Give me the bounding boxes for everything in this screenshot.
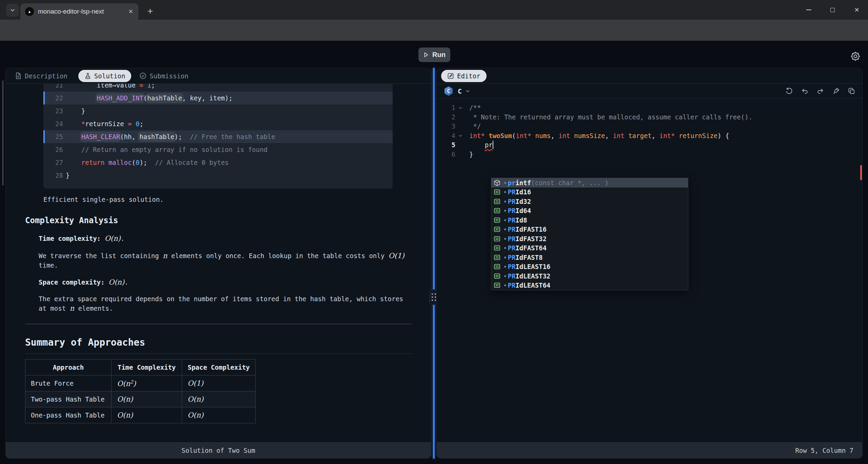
approach-cell: One-pass Hash Table [25, 407, 112, 423]
line-code: HASH_CLEAR(hh, hashTable); // Free the h… [66, 130, 275, 143]
browser-tab[interactable]: ▲ monaco-editor-lsp-next × [20, 3, 138, 20]
editor-token: int [558, 132, 570, 139]
fold-chevron-icon[interactable] [455, 103, 466, 113]
autocomplete-item-PRIdLEAST32[interactable]: •PRIdLEAST32 [491, 271, 688, 281]
editor-line-code: /** [469, 103, 481, 113]
autocomplete-item-PRIdLEAST64[interactable]: •PRIdLEAST64 [491, 281, 688, 290]
editor-token [570, 132, 574, 139]
panel-resizer[interactable] [433, 68, 435, 459]
tab-search-button[interactable] [6, 4, 19, 17]
code-line-26: 26 // Return an empty array if no soluti… [43, 143, 393, 156]
autocomplete-item-PRIdFAST32[interactable]: •PRIdFAST32 [491, 234, 688, 244]
editor-token: * Note: The returned array must be mallo… [469, 113, 752, 121]
editor-token: */ [469, 122, 481, 130]
autocomplete-item-PRId16[interactable]: •PRId16 [491, 188, 688, 197]
copy-icon[interactable] [848, 87, 855, 95]
autocomplete-item-PRIdFAST8[interactable]: •PRIdFAST8 [491, 253, 688, 262]
format-brush-icon[interactable] [832, 87, 840, 95]
line-number: 28 [43, 169, 63, 182]
code-line-22: 22 HASH_ADD_INT(hashTable, key, item); [43, 92, 393, 104]
code-token: } [66, 107, 85, 115]
match-text: PR [508, 272, 515, 280]
tab-editor[interactable]: Editor [441, 70, 487, 82]
editor-line-2[interactable]: 2 * Note: The returned array must be mal… [437, 113, 862, 122]
window-minimize-button[interactable] [801, 0, 816, 20]
symbol-constant-icon [494, 198, 501, 205]
window-close-button[interactable]: × [849, 0, 865, 20]
run-button[interactable]: Run [418, 47, 450, 62]
editor-line-4[interactable]: 4int* twoSum(int* nums, int numsSize, in… [437, 131, 862, 141]
tab-close-icon[interactable]: × [129, 8, 133, 15]
language-chevron-icon[interactable] [465, 89, 470, 94]
editor-token: int* [516, 132, 531, 139]
run-label: Run [432, 51, 446, 59]
editor-token: /** [469, 104, 481, 111]
space-complexity: Space complexity: O(n). [39, 277, 129, 287]
bullet-icon: • [503, 226, 507, 233]
code-token: = [128, 120, 132, 128]
editor-line-1[interactable]: 1/** [437, 103, 862, 113]
tab-description[interactable]: Description [15, 72, 67, 80]
code-token [147, 159, 155, 166]
text-segment: 2 [130, 379, 133, 385]
editor-token [485, 132, 489, 139]
settings-gear-icon[interactable] [850, 51, 861, 62]
editor-token: , [652, 132, 659, 139]
fold-chevron-icon[interactable] [455, 131, 466, 141]
code-token: 1 [147, 84, 151, 89]
autocomplete-item-PRId32[interactable]: •PRId32 [491, 197, 688, 206]
autocomplete-item-PRIdLEAST16[interactable]: •PRIdLEAST16 [491, 262, 688, 272]
code-line-24: 24 *returnSize = 0; [43, 117, 393, 130]
edit-square-icon [447, 73, 454, 79]
code-editor[interactable]: 1/**2 * Note: The returned array must be… [437, 99, 862, 442]
editor-line-6[interactable]: 6} [437, 150, 862, 159]
tab-editor-label: Editor [457, 72, 480, 80]
left-panel-scrollbar[interactable] [2, 80, 4, 186]
completion-text: IdFAST8 [515, 254, 542, 261]
code-token [66, 120, 81, 128]
autocomplete-item-PRIdFAST64[interactable]: •PRIdFAST64 [491, 244, 688, 253]
autocomplete-item-printf[interactable]: •printf(const char *, ... ) [491, 178, 688, 188]
editor-token: int* [659, 132, 675, 139]
autocomplete-item-PRId8[interactable]: •PRId8 [491, 215, 688, 225]
solution-note: Efficient single-pass solution. [43, 196, 164, 203]
site-favicon: ▲ [25, 7, 34, 16]
text-segment: n [163, 252, 167, 260]
tab-submission[interactable]: Submission [139, 72, 188, 80]
editor-line-code: pr [469, 140, 493, 150]
code-token: } [66, 172, 70, 179]
redo-icon[interactable] [816, 87, 824, 95]
undo-icon[interactable] [801, 87, 809, 95]
cursor-position-text: Row 5, Column 7 [795, 447, 853, 454]
complexity-heading: Complexity Analysis [25, 216, 118, 225]
autocomplete-item-PRId64[interactable]: •PRId64 [491, 206, 688, 216]
editor-line-3[interactable]: 3 */ [437, 122, 862, 131]
solution-footer: Solution of Two Sum [6, 442, 431, 458]
text-segment: The extra space required depends on the … [39, 295, 403, 303]
code-token: // Free the hash table [190, 133, 275, 140]
table-header: Approach [25, 360, 112, 375]
window-maximize-button[interactable] [825, 0, 840, 20]
bullet-icon: • [503, 235, 507, 243]
reset-icon[interactable] [785, 87, 793, 95]
match-text: PR [508, 254, 515, 261]
editor-token: nums [535, 132, 551, 139]
editor-line-number: 5 [437, 140, 455, 150]
autocomplete-item-PRIdFAST16[interactable]: •PRIdFAST16 [491, 225, 688, 234]
editor-line-5[interactable]: 5 pr [437, 140, 862, 150]
editor-line-number: 3 [437, 122, 455, 131]
fold-spacer [455, 140, 466, 150]
line-number: 27 [43, 156, 63, 169]
time-complexity-desc: We traverse the list containing n elemen… [39, 251, 405, 270]
new-tab-button[interactable]: + [144, 5, 157, 18]
tab-solution[interactable]: Solution [78, 70, 132, 82]
line-number: 22 [43, 92, 63, 104]
line-code: item→value = 1; [66, 84, 155, 92]
language-label: C [458, 87, 462, 95]
symbol-constant-icon [494, 207, 501, 214]
line-number: 24 [43, 117, 63, 130]
editor-line-code: * Note: The returned array must be mallo… [469, 113, 752, 122]
match-text: PR [508, 226, 515, 233]
browser-toolbar: localhost:3000/playground f [0, 20, 868, 41]
symbol-constant-icon [494, 273, 501, 279]
